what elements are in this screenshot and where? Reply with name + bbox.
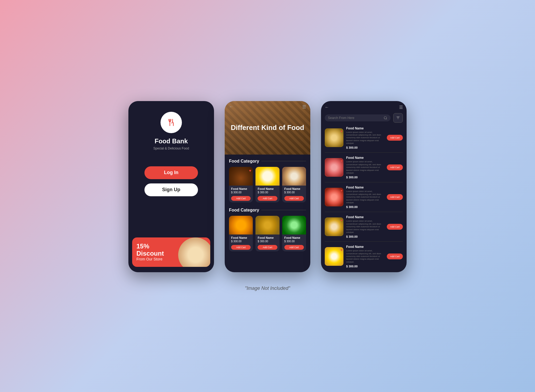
food-info-6: Food Name $ 300.00 Add Cart — [282, 235, 306, 251]
search-bar[interactable] — [325, 114, 391, 121]
menu-icon-3[interactable]: ☰ — [399, 105, 403, 110]
heart-icon-list-1[interactable]: ♥ — [341, 129, 342, 133]
food-img-1: ♥ — [229, 167, 253, 186]
list-price-3: $ 300.00 — [346, 205, 384, 209]
app-name: Food Bank — [155, 137, 188, 145]
search-row — [325, 113, 403, 123]
soup-visual — [229, 216, 253, 235]
food-card-6: Food Name $ 300.00 Add Cart — [282, 216, 306, 251]
food-card-5: Food Name $ 300.00 Add Cart — [255, 216, 279, 251]
food-name-3: Food Name — [284, 187, 304, 190]
pancake2-visual — [255, 216, 279, 235]
food-price-6: $ 300.00 — [284, 240, 304, 243]
heart-icon-list-4[interactable]: ♥ — [341, 218, 342, 222]
hero-title: Different Kind of Food — [231, 124, 304, 132]
filter-button[interactable] — [393, 113, 403, 123]
food-grid-2: Food Name $ 300.00 Add Cart Food Name $ … — [229, 216, 306, 251]
food-name-5: Food Name — [258, 236, 277, 239]
add-cart-btn-1[interactable]: Add Cart — [231, 196, 251, 201]
list-name-2: Food Name — [346, 156, 384, 160]
phones-container: Food Bank Special & Delicious Food Log I… — [128, 101, 407, 272]
bowl-visual — [282, 167, 306, 186]
back-icon-3[interactable]: ← — [325, 105, 329, 110]
food-price-3: $ 300.00 — [284, 191, 304, 194]
discount-image — [175, 237, 210, 267]
fork-knife-icon — [166, 117, 177, 128]
heart-icon-list-3[interactable]: ♥ — [341, 189, 342, 193]
logo-circle — [160, 112, 182, 133]
food-content: Food Category ♥ Food Name $ 300.00 Add C… — [225, 155, 310, 272]
list-add-btn-2[interactable]: Add Cart — [387, 164, 403, 170]
list-img-4: ♥ — [325, 217, 343, 236]
food-grid-1: ♥ Food Name $ 300.00 Add Cart Food Name … — [229, 167, 306, 202]
add-cart-btn-4[interactable]: Add Cart — [231, 245, 251, 250]
add-cart-btn-6[interactable]: Add Cart — [284, 245, 304, 250]
food-info-1: Food Name $ 300.00 Add Cart — [229, 186, 253, 202]
list-img-2: ♥ — [325, 158, 343, 177]
list-item-2: ♥ Food Name Lorem ipsum dolor sit amet, … — [325, 156, 403, 182]
category-divider — [261, 161, 306, 161]
add-cart-btn-3[interactable]: Add Cart — [284, 196, 304, 201]
discount-sub: From Our Store — [136, 257, 171, 261]
list-add-btn-1[interactable]: Add Cart — [387, 135, 403, 141]
food-card-2: Food Name $ 300.00 Add Cart — [255, 167, 279, 202]
list-add-btn-4[interactable]: Add Cart — [387, 224, 403, 230]
list-price-4: $ 300.00 — [346, 235, 384, 238]
list-name-4: Food Name — [346, 215, 384, 219]
filter-icon — [396, 116, 400, 120]
discount-label: Discount — [136, 250, 171, 257]
food-name-4: Food Name — [231, 236, 251, 239]
list-desc-3: Lorem ipsum dolor sit amet, consecteuer … — [346, 190, 384, 204]
category2-title: Food Category — [229, 208, 306, 213]
list-img-1: ♥ — [325, 128, 343, 147]
food-info-4: Food Name $ 300.00 Add Cart — [229, 235, 253, 251]
food-img-2 — [255, 167, 279, 186]
add-cart-btn-5[interactable]: Add Cart — [258, 245, 277, 250]
login-button[interactable]: Log In — [144, 166, 198, 179]
food-name-2: Food Name — [258, 187, 277, 190]
heart-icon-1[interactable]: ♥ — [249, 168, 251, 173]
list-item-4: ♥ Food Name Lorem ipsum dolor sit amet, … — [325, 215, 403, 242]
discount-banner: 15% Discount From Our Store — [132, 237, 210, 267]
list-info-5: Food Name Lorem ipsum dolor sit amet, co… — [346, 245, 384, 268]
list-price-5: $ 300.00 — [346, 265, 384, 268]
signup-button[interactable]: Sign Up — [144, 183, 198, 196]
menu-icon[interactable]: ☰ — [302, 104, 306, 109]
list-add-btn-5[interactable]: Add Cart — [387, 253, 403, 259]
food-price-2: $ 300.00 — [258, 191, 277, 194]
add-cart-btn-2[interactable]: Add Cart — [258, 196, 277, 201]
category1-title: Food Category — [229, 159, 306, 164]
food-card-1: ♥ Food Name $ 300.00 Add Cart — [229, 167, 253, 202]
pancake-image — [178, 237, 210, 267]
back-icon[interactable]: ← — [229, 104, 233, 109]
food-price-1: $ 300.00 — [231, 191, 251, 194]
hero-nav: ← ☰ — [225, 104, 310, 109]
heart-icon-list-5[interactable]: ♥ — [341, 248, 342, 252]
heart-icon-list-2[interactable]: ♥ — [341, 159, 342, 163]
food-img-6 — [282, 216, 306, 235]
phone-login: Food Bank Special & Delicious Food Log I… — [128, 101, 214, 272]
food-info-5: Food Name $ 300.00 Add Cart — [255, 235, 279, 251]
list-item-5: ♥ Food Name Lorem ipsum dolor sit amet, … — [325, 245, 403, 268]
food-price-4: $ 300.00 — [231, 240, 251, 243]
food-list: ♥ Food Name Lorem ipsum dolor sit amet, … — [325, 126, 403, 268]
app-tagline: Special & Delicious Food — [153, 147, 189, 150]
search-input[interactable] — [328, 116, 384, 120]
list-img-5: ♥ — [325, 247, 343, 266]
phone-list: ← ☰ ♥ Food Name — [321, 101, 407, 272]
list-desc-2: Lorem ipsum dolor sit amet, consecteuer … — [346, 160, 384, 174]
list-add-btn-3[interactable]: Add Cart — [387, 194, 403, 200]
list-desc-1: Lorem ipsum dolor sit amet, consecteuer … — [346, 131, 384, 145]
food-price-5: $ 300.00 — [258, 240, 277, 243]
svg-point-1 — [384, 116, 387, 119]
list-desc-4: Lorem ipsum dolor sit amet, consecteuer … — [346, 220, 384, 234]
search-icon — [384, 116, 387, 120]
food-card-3: Food Name $ 300.00 Add Cart — [282, 167, 306, 202]
egg-visual — [255, 167, 279, 186]
discount-percent: 15% — [136, 243, 171, 250]
food-name-6: Food Name — [284, 236, 304, 239]
list-name-3: Food Name — [346, 186, 384, 189]
list-desc-5: Lorem ipsum dolor sit amet, consecteuer … — [346, 249, 384, 263]
list-info-3: Food Name Lorem ipsum dolor sit amet, co… — [346, 186, 384, 209]
food-info-2: Food Name $ 300.00 Add Cart — [255, 186, 279, 202]
